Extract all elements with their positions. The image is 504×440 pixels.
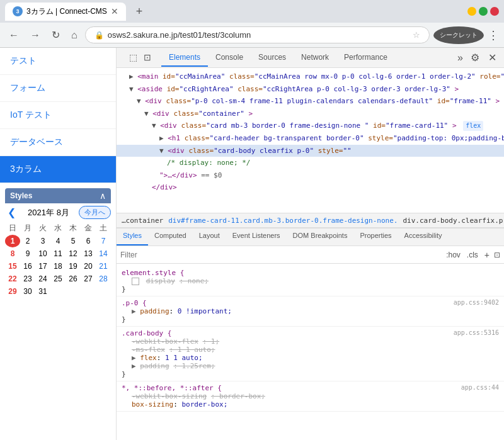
device-toggle-button[interactable]: ⊡ (141, 51, 154, 64)
incognito-button[interactable]: シークレット (433, 26, 484, 44)
styles-tab-computed[interactable]: Computed (148, 228, 193, 245)
html-line-3[interactable]: ▼ <div class="p-0 col-sm-4 frame-11 plug… (117, 95, 504, 108)
expand-padding-0[interactable]: ▶ (132, 307, 136, 315)
calendar-day-17[interactable]: 17 (35, 260, 50, 273)
cls-filter-button[interactable]: .cls (465, 250, 480, 260)
style-prop-box-sizing[interactable]: box-sizing: border-box; (122, 400, 499, 409)
calendar-day-6[interactable]: 6 (81, 235, 96, 247)
style-prop-webkit-box-sizing[interactable]: -webkit-box-sizing : border-box; (122, 392, 499, 400)
new-tab-button[interactable]: + (131, 4, 148, 20)
styles-tab-properties[interactable]: Properties (353, 228, 398, 245)
calendar-day-28[interactable]: 28 (96, 273, 111, 285)
calendar-day-9[interactable]: 9 (20, 247, 35, 260)
calendar-day-21[interactable]: 21 (96, 260, 111, 273)
calendar-day-14[interactable]: 14 (96, 247, 111, 260)
bookmark-icon[interactable]: ☆ (413, 30, 420, 40)
calendar-day-30[interactable]: 30 (20, 285, 35, 298)
html-line-4[interactable]: ▼ <div class="container" > (117, 108, 504, 120)
breadcrumb-item-2[interactable]: div#frame-card-11.card.mb-3.border-0.fra… (168, 217, 398, 225)
sidebar-item-test[interactable]: テスト (0, 48, 116, 75)
favicon-icon: 3 (13, 6, 23, 16)
home-button[interactable]: ⌂ (67, 27, 81, 43)
sidebar-item-3column[interactable]: 3カラム (0, 156, 116, 183)
inspect-element-button[interactable]: ⬚ (127, 51, 140, 64)
tab-sources[interactable]: Sources (251, 49, 294, 67)
html-line-1[interactable]: ▶ <main id="ccMainArea" class="ccMainAre… (117, 71, 504, 83)
calendar-day-29[interactable]: 29 (5, 285, 20, 298)
calendar-day-16[interactable]: 16 (20, 260, 35, 273)
calendar-day-13[interactable]: 13 (81, 247, 96, 260)
tab-console[interactable]: Console (208, 49, 251, 67)
calendar-day-8[interactable]: 8 (5, 247, 20, 260)
style-prop-padding-card[interactable]: ▶ padding : 1.25rem; (122, 362, 499, 370)
prop-checkbox-display[interactable] (132, 278, 139, 285)
styles-tab-accessibility[interactable]: Accessibility (398, 228, 449, 245)
html-line-10[interactable]: </div> (117, 181, 504, 194)
breadcrumb-item-3[interactable]: div.card-body.clearfix.p-0 (403, 217, 504, 225)
calendar-day-27[interactable]: 27 (81, 273, 96, 285)
expand-flex[interactable]: ▶ (132, 354, 136, 362)
maximize-button[interactable] (479, 7, 488, 16)
calendar-day-4[interactable]: 4 (50, 235, 66, 247)
calendar-day-2[interactable]: 2 (20, 235, 35, 247)
styles-tab-dom-breakpoints[interactable]: DOM Breakpoints (287, 228, 354, 245)
style-prop-webkit-box-flex[interactable]: -webkit-box-flex : 1; (122, 337, 499, 346)
expand-padding-card[interactable]: ▶ (132, 362, 136, 370)
calendar-day-20[interactable]: 20 (81, 260, 96, 273)
calendar-day-22[interactable]: 22 (5, 273, 20, 285)
sidebar-item-form[interactable]: フォーム (0, 75, 116, 102)
calendar-day-25[interactable]: 25 (50, 273, 66, 285)
minimize-button[interactable] (467, 7, 476, 16)
styles-tab-layout[interactable]: Layout (193, 228, 226, 245)
sidebar-item-database[interactable]: データベース (0, 129, 116, 156)
calendar-day-1[interactable]: 1 (5, 235, 20, 247)
expand-styles-button[interactable]: ⊡ (494, 251, 500, 259)
tab-network[interactable]: Network (294, 49, 336, 67)
filter-input[interactable] (120, 251, 440, 259)
calendar-day-12[interactable]: 12 (66, 247, 81, 260)
forward-button[interactable]: → (26, 27, 44, 43)
html-line-9[interactable]: ">…</div> == $0 (117, 169, 504, 182)
calendar-day-18[interactable]: 18 (50, 260, 66, 273)
calendar-day-23[interactable]: 23 (20, 273, 35, 285)
back-button[interactable]: ← (5, 27, 23, 43)
close-button[interactable] (490, 7, 499, 16)
devtools-settings-button[interactable]: ⚙ (467, 49, 483, 66)
html-line-7[interactable]: ▼ <div class="card-body clearfix p-0" st… (117, 145, 504, 157)
style-prop-flex[interactable]: ▶ flex: 1 1 auto; (122, 354, 499, 362)
calendar-day-26[interactable]: 26 (66, 273, 81, 285)
devtools-close-button[interactable]: ✕ (483, 49, 501, 66)
hover-filter-button[interactable]: :hov (444, 250, 462, 260)
tab-elements[interactable]: Elements (161, 49, 208, 67)
today-button[interactable]: 今月へ (79, 206, 111, 219)
calendar-day-11[interactable]: 11 (50, 247, 66, 260)
tab-close-button[interactable]: ✕ (111, 6, 118, 16)
calendar-collapse-button[interactable]: ∧ (100, 191, 106, 201)
sidebar-item-iot[interactable]: IoT テスト (0, 102, 116, 129)
calendar-day-19[interactable]: 19 (66, 260, 81, 273)
calendar-day-5[interactable]: 5 (66, 235, 81, 247)
calendar-day-3[interactable]: 3 (35, 235, 50, 247)
calendar-day-15[interactable]: 15 (5, 260, 20, 273)
style-prop-ms-flex[interactable]: -ms-flex : 1 1 auto; (122, 346, 499, 354)
reload-button[interactable]: ↻ (48, 26, 64, 43)
styles-tab-event-listeners[interactable]: Event Listeners (226, 228, 287, 245)
html-line-6[interactable]: ▶ <h1 class="card-header bg-transparent … (117, 132, 504, 145)
prev-month-button[interactable]: ❮ (5, 206, 18, 218)
more-tabs-button[interactable]: » (454, 50, 467, 66)
calendar-day-31[interactable]: 31 (35, 285, 50, 298)
html-line-2[interactable]: ▼ <aside id="ccRightArea" class="ccRight… (117, 83, 504, 96)
style-prop-padding-0[interactable]: ▶ padding: 0 !important; (122, 307, 499, 315)
calendar-day-7[interactable]: 7 (96, 235, 111, 247)
address-bar[interactable]: 🔒 osws2.sakura.ne.jp/test01/test/3column… (85, 26, 430, 43)
html-line-5[interactable]: ▼ <div class="card mb-3 border-0 frame-d… (117, 120, 504, 132)
calendar-day-24[interactable]: 24 (35, 273, 50, 285)
style-prop-display[interactable]: display : none; (122, 277, 499, 285)
calendar-day-10[interactable]: 10 (35, 247, 50, 260)
breadcrumb-item-1[interactable]: …container (122, 217, 163, 225)
browser-tab[interactable]: 3 3カラム | Connect-CMS ✕ (5, 3, 126, 21)
styles-tab-styles[interactable]: Styles (117, 228, 148, 245)
tab-performance[interactable]: Performance (336, 49, 395, 67)
add-style-button[interactable]: + (483, 249, 491, 261)
menu-button[interactable]: ⋮ (488, 28, 499, 42)
